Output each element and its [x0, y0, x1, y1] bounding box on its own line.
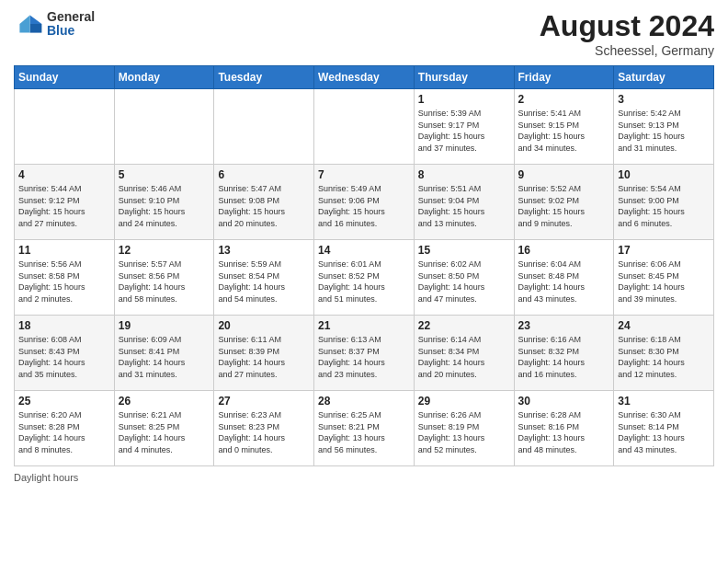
day-number: 17 — [618, 244, 710, 257]
day-info: Sunrise: 5:52 AM Sunset: 9:02 PM Dayligh… — [518, 183, 610, 229]
day-number: 16 — [518, 244, 610, 257]
day-info: Sunrise: 5:57 AM Sunset: 8:56 PM Dayligh… — [119, 259, 210, 304]
col-friday: Friday — [514, 66, 614, 89]
footer: Daylight hours — [14, 472, 714, 483]
day-number: 1 — [418, 93, 510, 106]
day-number: 12 — [119, 244, 210, 257]
col-sunday: Sunday — [15, 66, 115, 89]
day-info: Sunrise: 5:54 AM Sunset: 9:00 PM Dayligh… — [618, 183, 710, 229]
day-number: 19 — [119, 319, 210, 332]
day-info: Sunrise: 6:11 AM Sunset: 8:39 PM Dayligh… — [218, 334, 310, 380]
day-number: 25 — [18, 395, 110, 408]
logo-text: General Blue — [47, 10, 95, 39]
day-info: Sunrise: 6:01 AM Sunset: 8:52 PM Dayligh… — [318, 259, 410, 304]
day-info: Sunrise: 6:20 AM Sunset: 8:28 PM Dayligh… — [18, 409, 110, 455]
day-number: 10 — [618, 168, 710, 181]
calendar-cell-w4-d6: 23Sunrise: 6:16 AM Sunset: 8:32 PM Dayli… — [514, 316, 614, 391]
title-block: August 2024 Scheessel, Germany — [540, 9, 714, 58]
calendar-cell-w4-d1: 18Sunrise: 6:08 AM Sunset: 8:43 PM Dayli… — [15, 316, 115, 391]
day-info: Sunrise: 6:28 AM Sunset: 8:16 PM Dayligh… — [518, 409, 610, 455]
calendar-cell-w5-d2: 26Sunrise: 6:21 AM Sunset: 8:25 PM Dayli… — [114, 391, 214, 466]
day-info: Sunrise: 6:04 AM Sunset: 8:48 PM Dayligh… — [518, 259, 610, 304]
day-number: 3 — [618, 93, 710, 106]
calendar-cell-w5-d3: 27Sunrise: 6:23 AM Sunset: 8:23 PM Dayli… — [214, 391, 314, 466]
day-info: Sunrise: 5:49 AM Sunset: 9:06 PM Dayligh… — [318, 183, 410, 229]
calendar-cell-w3-d4: 14Sunrise: 6:01 AM Sunset: 8:52 PM Dayli… — [314, 240, 415, 316]
day-info: Sunrise: 6:23 AM Sunset: 8:23 PM Dayligh… — [218, 409, 310, 455]
calendar-cell-w2-d4: 7Sunrise: 5:49 AM Sunset: 9:06 PM Daylig… — [314, 165, 415, 240]
day-number: 13 — [218, 244, 310, 257]
day-info: Sunrise: 5:39 AM Sunset: 9:17 PM Dayligh… — [418, 108, 510, 154]
day-number: 26 — [119, 395, 210, 408]
day-number: 11 — [18, 244, 110, 257]
calendar-cell-w2-d2: 5Sunrise: 5:46 AM Sunset: 9:10 PM Daylig… — [114, 165, 214, 240]
day-info: Sunrise: 6:02 AM Sunset: 8:50 PM Dayligh… — [418, 259, 510, 304]
calendar-cell-w1-d2 — [114, 89, 214, 165]
day-number: 8 — [418, 168, 510, 181]
day-info: Sunrise: 5:46 AM Sunset: 9:10 PM Dayligh… — [119, 183, 210, 229]
calendar-cell-w3-d2: 12Sunrise: 5:57 AM Sunset: 8:56 PM Dayli… — [114, 240, 214, 316]
calendar-cell-w5-d4: 28Sunrise: 6:25 AM Sunset: 8:21 PM Dayli… — [314, 391, 415, 466]
month-year: August 2024 — [540, 9, 714, 43]
calendar-cell-w5-d5: 29Sunrise: 6:26 AM Sunset: 8:19 PM Dayli… — [414, 391, 514, 466]
day-info: Sunrise: 6:18 AM Sunset: 8:30 PM Dayligh… — [618, 334, 710, 380]
calendar-cell-w4-d3: 20Sunrise: 6:11 AM Sunset: 8:39 PM Dayli… — [214, 316, 314, 391]
day-info: Sunrise: 6:21 AM Sunset: 8:25 PM Dayligh… — [119, 409, 210, 455]
calendar-header-row: Sunday Monday Tuesday Wednesday Thursday… — [15, 66, 714, 89]
calendar-cell-w4-d7: 24Sunrise: 6:18 AM Sunset: 8:30 PM Dayli… — [614, 316, 714, 391]
calendar-cell-w2-d7: 10Sunrise: 5:54 AM Sunset: 9:00 PM Dayli… — [614, 165, 714, 240]
day-info: Sunrise: 5:47 AM Sunset: 9:08 PM Dayligh… — [218, 183, 310, 229]
day-number: 6 — [218, 168, 310, 181]
day-info: Sunrise: 6:16 AM Sunset: 8:32 PM Dayligh… — [518, 334, 610, 380]
col-tuesday: Tuesday — [214, 66, 314, 89]
day-number: 23 — [518, 319, 610, 332]
calendar-cell-w3-d1: 11Sunrise: 5:56 AM Sunset: 8:58 PM Dayli… — [15, 240, 115, 316]
day-number: 15 — [418, 244, 510, 257]
day-number: 31 — [618, 395, 710, 408]
logo-general-text: General — [47, 10, 95, 24]
calendar-cell-w5-d1: 25Sunrise: 6:20 AM Sunset: 8:28 PM Dayli… — [15, 391, 115, 466]
page: General Blue August 2024 Scheessel, Germ… — [0, 0, 728, 563]
col-thursday: Thursday — [414, 66, 514, 89]
calendar-cell-w3-d5: 15Sunrise: 6:02 AM Sunset: 8:50 PM Dayli… — [414, 240, 514, 316]
calendar-week-4: 18Sunrise: 6:08 AM Sunset: 8:43 PM Dayli… — [15, 316, 714, 391]
calendar-cell-w2-d6: 9Sunrise: 5:52 AM Sunset: 9:02 PM Daylig… — [514, 165, 614, 240]
col-saturday: Saturday — [614, 66, 714, 89]
logo-blue-text: Blue — [47, 24, 95, 38]
day-number: 27 — [218, 395, 310, 408]
day-info: Sunrise: 5:42 AM Sunset: 9:13 PM Dayligh… — [618, 108, 710, 154]
day-info: Sunrise: 6:13 AM Sunset: 8:37 PM Dayligh… — [318, 334, 410, 380]
calendar-cell-w1-d6: 2Sunrise: 5:41 AM Sunset: 9:15 PM Daylig… — [514, 89, 614, 165]
calendar-cell-w1-d1 — [15, 89, 115, 165]
day-info: Sunrise: 5:56 AM Sunset: 8:58 PM Dayligh… — [18, 259, 110, 304]
calendar-cell-w1-d4 — [314, 89, 415, 165]
day-number: 22 — [418, 319, 510, 332]
day-number: 9 — [518, 168, 610, 181]
calendar-cell-w1-d7: 3Sunrise: 5:42 AM Sunset: 9:13 PM Daylig… — [614, 89, 714, 165]
calendar-week-1: 1Sunrise: 5:39 AM Sunset: 9:17 PM Daylig… — [15, 89, 714, 165]
day-info: Sunrise: 6:09 AM Sunset: 8:41 PM Dayligh… — [119, 334, 210, 380]
calendar-cell-w2-d3: 6Sunrise: 5:47 AM Sunset: 9:08 PM Daylig… — [214, 165, 314, 240]
calendar-cell-w4-d2: 19Sunrise: 6:09 AM Sunset: 8:41 PM Dayli… — [114, 316, 214, 391]
svg-marker-1 — [30, 24, 42, 33]
calendar-cell-w5-d6: 30Sunrise: 6:28 AM Sunset: 8:16 PM Dayli… — [514, 391, 614, 466]
day-number: 5 — [119, 168, 210, 181]
day-info: Sunrise: 5:51 AM Sunset: 9:04 PM Dayligh… — [418, 183, 510, 229]
day-info: Sunrise: 6:26 AM Sunset: 8:19 PM Dayligh… — [418, 409, 510, 455]
calendar-cell-w3-d7: 17Sunrise: 6:06 AM Sunset: 8:45 PM Dayli… — [614, 240, 714, 316]
svg-marker-0 — [30, 15, 42, 24]
calendar-cell-w2-d1: 4Sunrise: 5:44 AM Sunset: 9:12 PM Daylig… — [15, 165, 115, 240]
day-number: 24 — [618, 319, 710, 332]
day-info: Sunrise: 6:14 AM Sunset: 8:34 PM Dayligh… — [418, 334, 510, 380]
day-number: 29 — [418, 395, 510, 408]
calendar-cell-w3-d6: 16Sunrise: 6:04 AM Sunset: 8:48 PM Dayli… — [514, 240, 614, 316]
day-info: Sunrise: 6:06 AM Sunset: 8:45 PM Dayligh… — [618, 259, 710, 304]
day-number: 4 — [18, 168, 110, 181]
day-number: 20 — [218, 319, 310, 332]
day-number: 21 — [318, 319, 410, 332]
day-number: 2 — [518, 93, 610, 106]
calendar-cell-w5-d7: 31Sunrise: 6:30 AM Sunset: 8:14 PM Dayli… — [614, 391, 714, 466]
calendar-week-5: 25Sunrise: 6:20 AM Sunset: 8:28 PM Dayli… — [15, 391, 714, 466]
calendar-cell-w3-d3: 13Sunrise: 5:59 AM Sunset: 8:54 PM Dayli… — [214, 240, 314, 316]
day-info: Sunrise: 5:44 AM Sunset: 9:12 PM Dayligh… — [18, 183, 110, 229]
